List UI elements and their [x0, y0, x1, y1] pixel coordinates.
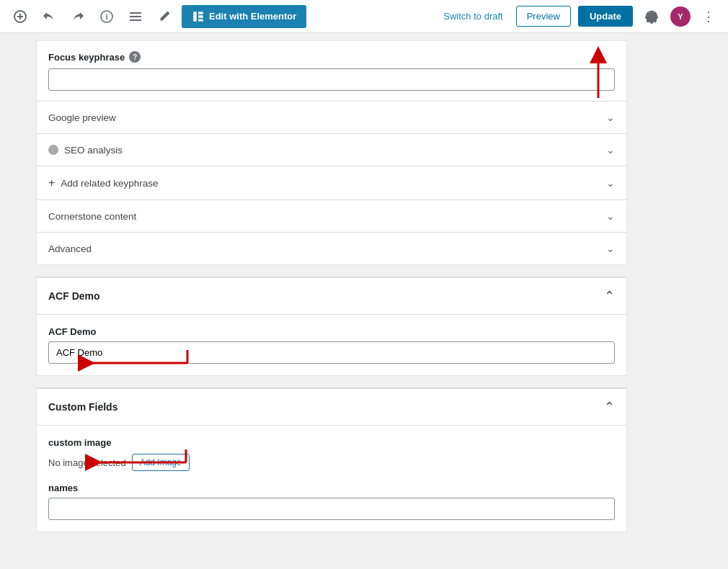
focus-keyphrase-label: Focus keyphrase ?: [48, 51, 615, 63]
cornerstone-title: Cornerstone content: [48, 211, 136, 222]
top-bar: i: [0, 0, 728, 33]
add-related-chevron: ⌄: [606, 177, 615, 189]
names-input[interactable]: [48, 498, 615, 520]
settings-button[interactable]: [640, 5, 663, 28]
redo-button[interactable]: [66, 5, 89, 28]
cornerstone-header[interactable]: Cornerstone content ⌄: [48, 210, 615, 222]
acf-demo-field-label: ACF Demo: [48, 326, 615, 337]
svg-rect-7: [130, 19, 141, 21]
advanced-section[interactable]: Advanced ⌄: [37, 233, 626, 264]
add-new-button[interactable]: [9, 5, 32, 28]
google-preview-title: Google preview: [48, 112, 116, 123]
add-related-section[interactable]: + Add related keyphrase ⌄: [37, 166, 626, 200]
focus-keyphrase-input[interactable]: [48, 68, 615, 91]
acf-demo-section: ACF Demo ⌃ ACF Demo: [36, 277, 627, 376]
custom-fields-section: Custom Fields ⌃ custom image No image se…: [36, 387, 627, 532]
google-preview-section[interactable]: Google preview ⌄: [37, 102, 626, 134]
custom-image-field: custom image No image selected Add Image: [48, 437, 615, 471]
seo-analysis-title: SEO analysis: [64, 145, 123, 156]
add-image-button[interactable]: Add Image: [132, 454, 190, 471]
help-icon[interactable]: ?: [129, 51, 141, 63]
switch-to-draft-button[interactable]: Switch to draft: [438, 8, 508, 24]
focus-keyphrase-section: Focus keyphrase ?: [37, 41, 626, 102]
update-button[interactable]: Update: [578, 6, 633, 27]
add-related-header[interactable]: + Add related keyphrase ⌄: [48, 176, 615, 189]
custom-fields-title: Custom Fields: [48, 401, 117, 413]
google-preview-header[interactable]: Google preview ⌄: [48, 112, 615, 123]
more-options-button[interactable]: ⋮: [698, 4, 719, 29]
svg-rect-6: [130, 16, 141, 17]
undo-button[interactable]: [37, 5, 61, 28]
yoast-panel: Focus keyphrase ? Google preview ⌄: [36, 40, 627, 265]
seo-circle-icon: [48, 145, 58, 155]
cornerstone-section[interactable]: Cornerstone content ⌄: [37, 200, 626, 233]
seo-analysis-header[interactable]: SEO analysis ⌄: [48, 144, 615, 156]
svg-rect-5: [130, 12, 141, 14]
top-bar-right: Switch to draft Preview Update Y ⋮: [438, 4, 719, 29]
custom-image-label: custom image: [48, 437, 615, 448]
info-button[interactable]: i: [95, 5, 118, 28]
custom-fields-chevron: ⌃: [604, 399, 615, 415]
svg-rect-9: [198, 12, 203, 14]
seo-analysis-chevron: ⌄: [606, 144, 615, 156]
advanced-title: Advanced: [48, 243, 92, 254]
edit-elementor-button[interactable]: Edit with Elementor: [182, 5, 306, 28]
page-wrapper: i: [0, 0, 728, 569]
custom-fields-header[interactable]: Custom Fields ⌃: [37, 389, 626, 426]
custom-image-row: No image selected Add Image: [48, 454, 615, 471]
advanced-chevron: ⌄: [606, 243, 615, 254]
advanced-header[interactable]: Advanced ⌄: [48, 243, 615, 254]
cornerstone-chevron: ⌄: [606, 210, 615, 222]
preview-button[interactable]: Preview: [516, 6, 571, 27]
edit-pencil-button[interactable]: [153, 5, 176, 28]
no-image-text: No image selected: [48, 457, 126, 468]
names-label: names: [48, 483, 615, 493]
svg-rect-10: [198, 15, 203, 17]
seo-analysis-section[interactable]: SEO analysis ⌄: [37, 134, 626, 166]
custom-fields-body: custom image No image selected Add Image…: [37, 426, 626, 532]
svg-text:i: i: [105, 12, 107, 21]
svg-rect-8: [193, 12, 197, 22]
yoast-icon[interactable]: Y: [670, 6, 691, 27]
names-field: names: [48, 483, 615, 520]
acf-demo-body: ACF Demo: [37, 315, 626, 375]
add-related-title: Add related keyphrase: [61, 178, 158, 189]
acf-demo-input[interactable]: [48, 341, 615, 364]
svg-rect-11: [198, 19, 203, 21]
acf-demo-chevron: ⌃: [604, 288, 615, 304]
top-bar-left: i: [9, 5, 306, 28]
google-preview-chevron: ⌄: [606, 112, 615, 123]
content-area: Focus keyphrase ? Google preview ⌄: [0, 33, 728, 547]
list-button[interactable]: [124, 5, 147, 28]
acf-demo-header[interactable]: ACF Demo ⌃: [37, 278, 626, 315]
plus-icon: +: [48, 176, 55, 189]
acf-demo-title: ACF Demo: [48, 290, 100, 302]
